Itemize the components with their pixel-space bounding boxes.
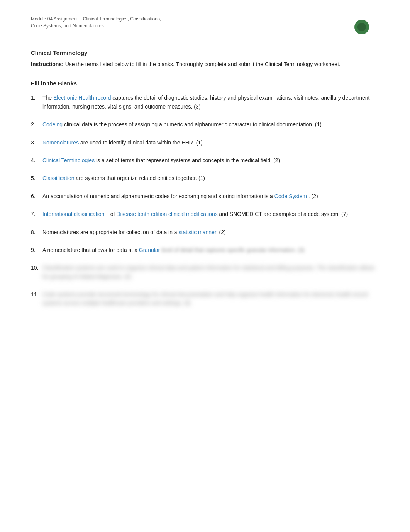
item-content: The Electronic Health record captures th… bbox=[42, 93, 379, 111]
item-content: Clinical Terminologies is a set of terms… bbox=[42, 156, 379, 165]
list-item: 2. Codeing clinical data is the process … bbox=[31, 120, 379, 129]
instructions: Instructions: Use the terms listed below… bbox=[31, 60, 379, 68]
item-number: 9. bbox=[31, 246, 42, 254]
blurred-content: level of detail that captures specific g… bbox=[161, 247, 304, 253]
item-number: 2. bbox=[31, 120, 42, 129]
highlight-term: statistic manner bbox=[179, 229, 216, 235]
item-number: 7. bbox=[31, 210, 42, 218]
item-number: 10. bbox=[31, 263, 42, 281]
item-content: A nomenclature that allows for data at a… bbox=[42, 246, 379, 254]
highlight-term: Granular bbox=[139, 247, 160, 253]
list-item: 8. Nomenclatures are appropriate for col… bbox=[31, 228, 379, 236]
list-item: 11. Code systems provide structured term… bbox=[31, 290, 379, 308]
highlight-term: International classification bbox=[42, 211, 104, 217]
list-item: 10. Classification systems are used to o… bbox=[31, 263, 379, 281]
blurred-item: Classification systems are used to organ… bbox=[42, 263, 379, 281]
item-number: 5. bbox=[31, 174, 42, 182]
instructions-text: Use the terms listed below to fill in th… bbox=[64, 61, 341, 67]
item-content: International classification of Disease … bbox=[42, 210, 379, 218]
list-item: 1. The Electronic Health record captures… bbox=[31, 93, 379, 111]
highlight-term: Classification bbox=[42, 175, 74, 181]
section-title: Clinical Terminology bbox=[31, 49, 379, 56]
list-item: 6. An accumulation of numeric and alphan… bbox=[31, 192, 379, 201]
item-content: An accumulation of numeric and alphanume… bbox=[42, 192, 379, 201]
item-number: 3. bbox=[31, 138, 42, 147]
blurred-item: Code systems provide structured terminol… bbox=[42, 290, 379, 308]
list-item: 7. International classification of Disea… bbox=[31, 210, 379, 218]
logo-icon bbox=[354, 20, 369, 34]
item-number: 1. bbox=[31, 93, 42, 111]
highlight-term: Nomenclatures bbox=[42, 139, 79, 146]
header-title: Module 04 Assignment – Clinical Terminol… bbox=[31, 15, 161, 29]
list-item: 3. Nomenclatures are used to identify cl… bbox=[31, 138, 379, 147]
logo bbox=[344, 15, 379, 39]
highlight-term: Electronic Health record bbox=[53, 95, 111, 101]
instructions-label: Instructions: bbox=[31, 61, 64, 67]
page-header: Module 04 Assignment – Clinical Terminol… bbox=[31, 15, 379, 39]
item-number: 6. bbox=[31, 192, 42, 201]
item-content: Classification are systems that organize… bbox=[42, 174, 379, 182]
highlight-term: Clinical Terminologies bbox=[42, 157, 95, 163]
fill-blanks-title: Fill in the Blanks bbox=[31, 80, 379, 87]
blurred-content: Classification systems are used to organ… bbox=[42, 265, 374, 279]
item-number: 4. bbox=[31, 156, 42, 165]
list-item: 5. Classification are systems that organ… bbox=[31, 174, 379, 182]
item-number: 11. bbox=[31, 290, 42, 308]
item-content: Nomenclatures are used to identify clini… bbox=[42, 138, 379, 147]
highlight-term: Disease tenth edition clinical modificat… bbox=[116, 211, 217, 217]
item-content: Nomenclatures are appropriate for collec… bbox=[42, 228, 379, 236]
items-list: 1. The Electronic Health record captures… bbox=[31, 93, 379, 307]
list-item: 4. Clinical Terminologies is a set of te… bbox=[31, 156, 379, 165]
item-content: Codeing clinical data is the process of … bbox=[42, 120, 379, 129]
highlight-term: Code System bbox=[274, 193, 307, 199]
blurred-content: Code systems provide structured terminol… bbox=[42, 291, 368, 306]
item-number: 8. bbox=[31, 228, 42, 236]
highlight-term: Codeing bbox=[42, 121, 63, 127]
list-item: 9. A nomenclature that allows for data a… bbox=[31, 246, 379, 254]
